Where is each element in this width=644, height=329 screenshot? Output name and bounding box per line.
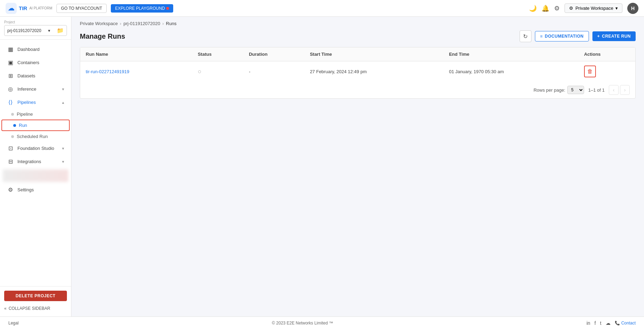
- table-row: tir-run-022712491919 ○ - 27 February, 20…: [80, 61, 635, 82]
- avatar-button[interactable]: H: [627, 3, 638, 14]
- breadcrumb-sep-1: ›: [120, 21, 121, 26]
- sidebar-item-label-settings: Settings: [17, 187, 64, 192]
- rows-per-page-select[interactable]: 5 10 25: [567, 86, 584, 94]
- next-page-button[interactable]: ›: [620, 85, 630, 95]
- delete-run-button[interactable]: 🗑: [584, 66, 596, 77]
- pipelines-chevron-icon: ▴: [62, 100, 64, 105]
- run-name-cell: tir-run-022712491919: [80, 61, 192, 82]
- run-dot-icon: [13, 124, 16, 127]
- sidebar-item-label-pipelines: Pipelines: [17, 100, 59, 105]
- twitter-icon[interactable]: t: [600, 320, 601, 326]
- start-time-cell: 27 February, 2024 12:49 pm: [304, 61, 443, 82]
- pagination-info: 1–1 of 1: [588, 87, 605, 93]
- scheduled-run-dot-icon: [11, 135, 14, 138]
- documentation-label: DOCUMENTATION: [545, 34, 583, 39]
- logo-text: TIR: [19, 5, 27, 11]
- inference-icon: ◎: [7, 86, 14, 92]
- runs-table: Run Name Status Duration Start Time End …: [80, 47, 635, 82]
- sidebar-item-datasets[interactable]: ⊞ Datasets: [2, 69, 69, 82]
- contact-link[interactable]: 📞 Contact: [615, 320, 636, 326]
- notifications-button[interactable]: 🔔: [542, 5, 549, 12]
- run-name-link[interactable]: tir-run-022712491919: [86, 69, 129, 74]
- sidebar-item-containers[interactable]: ▣ Containers: [2, 56, 69, 69]
- end-time-cell: 01 January, 1970 05:30 am: [443, 61, 578, 82]
- sidebar-item-foundation-studio[interactable]: ⊡ Foundation Studio ▾: [2, 142, 69, 155]
- sidebar-item-integrations[interactable]: ⊟ Integrations ▾: [2, 155, 69, 168]
- explore-playground-button[interactable]: EXPLORE PLAYGROUND: [111, 4, 173, 13]
- logo: ☁ TIR AI PLATFORM: [6, 3, 52, 14]
- breadcrumb-project[interactable]: prj-011912072020: [123, 21, 160, 26]
- go-myaccount-button[interactable]: GO TO MYACCOUNT: [56, 4, 107, 13]
- sidebar-item-pipelines[interactable]: ⟨⟩ Pipelines ▴: [2, 96, 69, 109]
- project-id: prj-011912072020: [7, 28, 41, 33]
- integrations-icon: ⊟: [7, 158, 14, 165]
- sidebar-item-inference[interactable]: ◎ Inference ▾: [2, 83, 69, 95]
- col-end-time: End Time: [443, 47, 578, 61]
- logo-sub: AI PLATFORM: [29, 6, 52, 10]
- main-content: Private Workspace › prj-011912072020 › R…: [71, 17, 644, 316]
- sidebar-item-label-scheduled-run: Scheduled Run: [17, 134, 48, 139]
- col-duration: Duration: [243, 47, 304, 61]
- pipelines-submenu: Pipeline Run Scheduled Run: [0, 109, 71, 141]
- rows-per-page-label: Rows per page:: [534, 87, 565, 93]
- top-navigation: ☁ TIR AI PLATFORM GO TO MYACCOUNT EXPLOR…: [0, 0, 644, 17]
- sidebar-item-label-pipeline: Pipeline: [17, 112, 33, 117]
- table-header-row: Run Name Status Duration Start Time End …: [80, 47, 635, 61]
- col-status: Status: [192, 47, 243, 61]
- workspace-selector[interactable]: ⚙ Private Workspace ▾: [565, 3, 622, 13]
- breadcrumb-workspace[interactable]: Private Workspace: [80, 21, 118, 26]
- sidebar-navigation: ▦ Dashboard ▣ Containers ⊞ Datasets ◎ In…: [0, 40, 71, 286]
- sidebar-item-run[interactable]: Run: [1, 120, 70, 131]
- project-selector: Project prj-011912072020 ▾ 📁: [0, 17, 71, 40]
- sidebar-item-pipeline[interactable]: Pipeline: [0, 109, 71, 119]
- foundation-studio-icon: ⊡: [7, 145, 14, 152]
- breadcrumb-sep-2: ›: [162, 21, 164, 26]
- footer: Legal © 2023 E2E Networks Limited ™ in f…: [0, 316, 644, 329]
- project-dropdown-chevron: ▾: [48, 28, 50, 33]
- foundation-studio-chevron-icon: ▾: [62, 146, 64, 151]
- sidebar-item-scheduled-run[interactable]: Scheduled Run: [0, 131, 71, 141]
- documentation-button[interactable]: ≡ DOCUMENTATION: [535, 31, 589, 41]
- phone-icon: 📞: [615, 321, 620, 326]
- workspace-label: Private Workspace: [575, 6, 613, 11]
- create-run-plus-icon: +: [597, 34, 600, 39]
- sidebar-item-label-inference: Inference: [17, 86, 59, 92]
- logo-icon: ☁: [6, 3, 17, 14]
- linkedin-icon[interactable]: in: [586, 320, 590, 326]
- sidebar-item-label-dashboard: Dashboard: [17, 47, 64, 52]
- sidebar-item-label-datasets: Datasets: [17, 73, 64, 78]
- status-cell: ○: [192, 61, 243, 82]
- main-layout: Project prj-011912072020 ▾ 📁 ▦ Dashboard…: [0, 17, 644, 316]
- create-run-button[interactable]: + CREATE RUN: [592, 31, 636, 41]
- containers-icon: ▣: [7, 59, 14, 66]
- workspace-icon: ⚙: [569, 6, 573, 11]
- delete-project-button[interactable]: DELETE PROJECT: [4, 291, 67, 301]
- facebook-icon[interactable]: f: [595, 320, 596, 326]
- dashboard-icon: ▦: [7, 46, 14, 53]
- settings-nav-icon: ⚙: [7, 186, 14, 193]
- refresh-button[interactable]: ↻: [520, 30, 531, 42]
- legal-link[interactable]: Legal: [8, 321, 18, 326]
- contact-label: Contact: [621, 321, 636, 326]
- sidebar-item-label-integrations: Integrations: [17, 159, 59, 164]
- integrations-chevron-icon: ▾: [62, 159, 64, 164]
- sidebar-item-settings[interactable]: ⚙ Settings: [2, 183, 69, 196]
- blurred-element: [3, 169, 68, 182]
- prev-page-button[interactable]: ‹: [609, 85, 619, 95]
- dark-mode-button[interactable]: 🌙: [529, 5, 537, 12]
- sidebar-item-dashboard[interactable]: ▦ Dashboard: [2, 43, 69, 56]
- breadcrumb: Private Workspace › prj-011912072020 › R…: [71, 17, 644, 28]
- workspace-chevron-icon: ▾: [615, 6, 618, 11]
- collapse-icon: «: [4, 306, 7, 311]
- settings-button[interactable]: ⚙: [554, 5, 560, 12]
- pipelines-icon: ⟨⟩: [7, 99, 14, 106]
- footer-copyright: © 2023 E2E Networks Limited ™: [272, 321, 333, 326]
- collapse-label: COLLAPSE SIDEBAR: [9, 306, 50, 311]
- project-dropdown[interactable]: prj-011912072020 ▾ 📁: [4, 25, 67, 36]
- sidebar-item-label-foundation-studio: Foundation Studio: [17, 146, 59, 151]
- sidebar: Project prj-011912072020 ▾ 📁 ▦ Dashboard…: [0, 17, 71, 316]
- sidebar-item-label-run: Run: [19, 123, 27, 128]
- explore-dot-icon: [166, 7, 169, 10]
- rss-icon[interactable]: ☁: [606, 320, 611, 326]
- collapse-sidebar-button[interactable]: « COLLAPSE SIDEBAR: [4, 305, 67, 312]
